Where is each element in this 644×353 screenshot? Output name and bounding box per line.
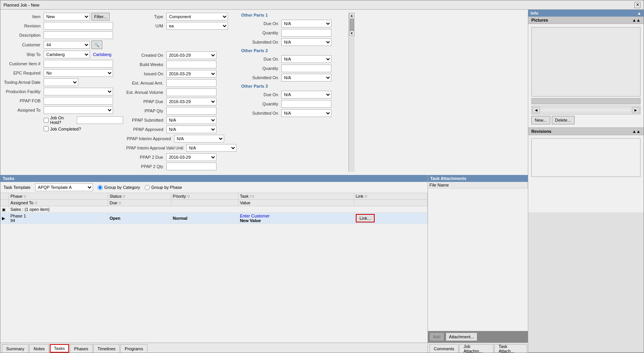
revision-input[interactable] [44, 22, 113, 30]
um-select[interactable]: ea [166, 22, 228, 30]
status-filter-icon[interactable]: ▽ [123, 195, 125, 199]
link-col-header: Link ▽ [354, 193, 427, 200]
item-label: Item [3, 14, 42, 19]
epc-select[interactable]: No [44, 69, 113, 77]
form-scrollbar[interactable]: ▲ ▼ [348, 13, 355, 172]
left-panel: Item New Filter... Revision Description [0, 10, 528, 353]
delete-picture-button[interactable]: Delete... [552, 116, 575, 124]
scroll-up-button[interactable]: ▲ [349, 13, 355, 18]
info-collapse-icon[interactable]: ▲ [637, 11, 641, 15]
due-filter-icon[interactable]: ▽ [118, 201, 121, 205]
main-window: Planned Job - New ✕ Item New [0, 0, 644, 353]
link-filter-icon[interactable]: ▽ [365, 195, 367, 199]
tab-job-attachments[interactable]: Job Attachm... [459, 344, 494, 353]
pictures-content: ◄ ► New... Delete... [528, 24, 644, 127]
op3-quantity-input[interactable] [281, 100, 331, 108]
scroll-thumb[interactable] [350, 19, 354, 31]
ship-to-link[interactable]: Carlsberg [93, 52, 112, 57]
group-expand-cell[interactable]: ▣ [0, 206, 9, 213]
link-button[interactable]: Link... [356, 214, 375, 222]
add-button[interactable]: Add [429, 333, 444, 341]
job-hold-input[interactable] [77, 116, 123, 124]
ppap-due-label: PPAP Due [126, 99, 165, 104]
tab-task-attachments[interactable]: Task Attach... [494, 344, 527, 353]
tab-phases[interactable]: Phases [70, 344, 93, 353]
build-weeks-label: Build Weeks [126, 62, 165, 67]
type-select[interactable]: Component [166, 13, 228, 20]
task-value-subheader: Value [238, 200, 354, 206]
new-picture-button[interactable]: New... [531, 116, 550, 124]
assigned-filter-icon[interactable]: ▽ [35, 201, 37, 205]
tab-comments[interactable]: Comments [429, 344, 458, 353]
tab-timelines[interactable]: Timelines [93, 344, 120, 353]
ppap2-due-select[interactable]: 2016-03-29 [166, 153, 216, 161]
ppap-submitted-select[interactable]: N/A [166, 116, 216, 124]
pictures-collapse-icon[interactable]: ▲▲ [632, 18, 641, 22]
task-filter-icon[interactable]: / ▽ [250, 195, 254, 199]
assigned-to-select[interactable] [44, 106, 113, 114]
tooling-select[interactable] [44, 78, 78, 86]
revisions-area [531, 138, 641, 177]
issued-on-select[interactable]: 2016-03-29 [166, 70, 216, 78]
ppap-due-select[interactable]: 2016-03-29 [166, 98, 216, 105]
build-weeks-input[interactable] [166, 61, 216, 68]
op3-submitted-select[interactable]: N/A [281, 109, 331, 117]
group-by-phase-label: Group by Phase [151, 185, 182, 190]
customer-item-input[interactable] [44, 60, 113, 68]
tab-programs[interactable]: Programs [120, 344, 147, 353]
tab-summary[interactable]: Summary [2, 344, 29, 353]
priority-filter-icon[interactable]: ▽ [187, 195, 190, 199]
scroll-right-button[interactable]: ► [632, 107, 639, 113]
ppap-approved-select[interactable]: N/A [166, 126, 216, 133]
group-by-phase-radio: Group by Phase [145, 185, 182, 190]
item-select[interactable]: New [44, 13, 90, 20]
op3-due-on-select[interactable]: N/A [281, 91, 331, 98]
task-name-link[interactable]: Enter Customer [240, 214, 270, 218]
est-annual-amt-input[interactable] [166, 79, 216, 87]
job-hold-checkbox[interactable] [44, 118, 49, 123]
filter-button[interactable]: Filter... [91, 13, 110, 20]
production-select[interactable] [44, 88, 113, 95]
attach-bottom-tabs: Comments Job Attachm... Task Attach... [428, 343, 528, 353]
link-cell[interactable]: Link... [354, 213, 427, 224]
est-annual-vol-input[interactable] [166, 88, 216, 96]
op2-submitted-label: Submitted On [241, 75, 280, 80]
job-completed-checkbox[interactable] [44, 126, 49, 131]
group-by-phase-input[interactable] [145, 185, 150, 190]
phase-filter-icon[interactable]: ▽ [24, 195, 26, 199]
ppap-interim-select[interactable]: N/A [174, 135, 224, 143]
ppap2-qty-input[interactable] [166, 163, 216, 170]
revisions-collapse-icon[interactable]: ▲▲ [632, 129, 641, 134]
customer-select[interactable]: 44 [44, 41, 90, 49]
op2-quantity-input[interactable] [281, 64, 331, 72]
expand-icon[interactable]: ▣ [2, 207, 5, 212]
scroll-left-button[interactable]: ◄ [532, 107, 540, 113]
template-select[interactable]: APQP Template A [35, 183, 93, 191]
op2-due-on-select[interactable]: N/A [281, 55, 331, 63]
attachment-button[interactable]: Attachment... [446, 333, 478, 341]
op2-submitted-select[interactable]: N/A [281, 74, 331, 81]
ship-to-select[interactable]: Carlsberg [44, 51, 90, 58]
pictures-text-input[interactable] [532, 98, 640, 104]
ppap-fob-input[interactable] [44, 97, 113, 105]
scroll-down-button[interactable]: ▼ [349, 31, 355, 36]
ppap-qty-input[interactable] [166, 107, 216, 115]
description-input[interactable] [44, 31, 113, 39]
created-on-select[interactable]: 2016-03-29 [166, 51, 216, 59]
ppap2-qty-label: PPAP 2 Qty [126, 164, 165, 169]
tab-notes[interactable]: Notes [29, 344, 49, 353]
op1-submitted-select[interactable]: N/A [281, 38, 331, 46]
close-button[interactable]: ✕ [634, 2, 641, 8]
customer-search-button[interactable]: 🔍 [91, 41, 102, 49]
tab-tasks[interactable]: Tasks [50, 344, 69, 353]
op1-due-on-select[interactable]: N/A [281, 20, 331, 27]
row-arrow-cell: ▶ [0, 213, 9, 224]
op2-due-on-label: Due On [241, 57, 280, 61]
ship-to-label: Ship To [3, 52, 42, 57]
ppap-interim-valid-select[interactable]: N/A [186, 144, 237, 152]
pictures-header: Pictures ▲▲ [528, 17, 644, 24]
scroll-track[interactable] [541, 108, 631, 112]
op1-quantity-input[interactable] [281, 29, 331, 37]
group-by-category-input[interactable] [98, 185, 103, 190]
expand-col-header [0, 193, 9, 200]
